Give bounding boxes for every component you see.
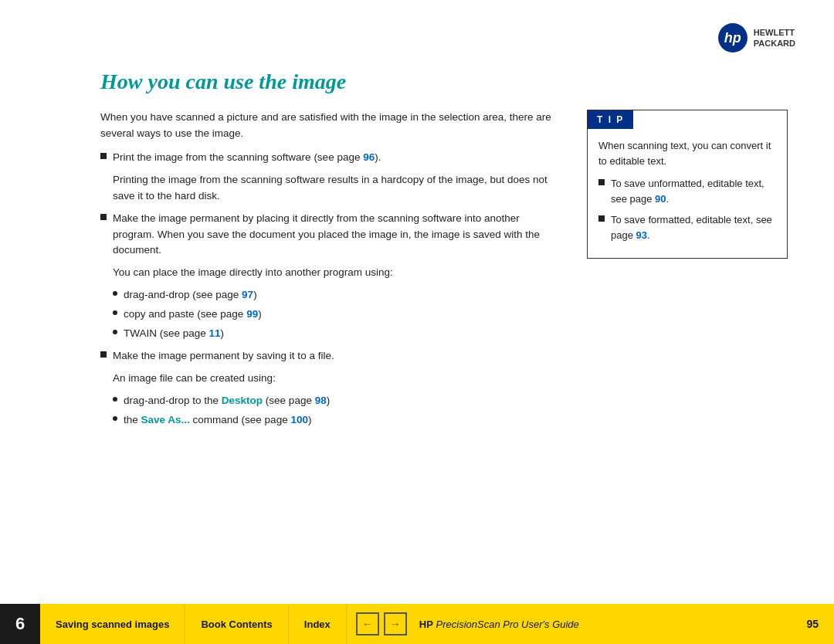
next-page-button[interactable]: → xyxy=(384,612,407,636)
sub-item-dragdrop: drag-and-drop (see page 97) xyxy=(124,287,257,303)
sub-item-desktop: drag-and-drop to the Desktop (see page 9… xyxy=(124,393,330,409)
link-page97[interactable]: 97 xyxy=(242,289,253,300)
list-item: the Save As... command (see page 100) xyxy=(113,412,556,429)
bullet2-text: Make the image permanent by placing it d… xyxy=(113,211,556,259)
bullet-square-icon xyxy=(100,214,107,220)
link-desktop[interactable]: Desktop xyxy=(222,395,263,406)
intro-paragraph: When you have scanned a picture and are … xyxy=(100,110,556,142)
bullet-dot-icon xyxy=(113,416,117,421)
bullet3-sub-intro: An image file can be created using: xyxy=(100,371,556,387)
bullet3-text: Make the image permanent by saving it to… xyxy=(113,348,334,364)
right-column: T I P When scanning text, you can conver… xyxy=(587,110,788,435)
hp-circle-icon: hp xyxy=(718,23,748,53)
sub-item-twain: TWAIN (see page 11) xyxy=(124,326,224,342)
tip-header: T I P xyxy=(588,110,633,129)
bullet-square-icon xyxy=(100,351,107,358)
list-item: To save formatted, editable text, see pa… xyxy=(598,212,776,242)
nav-index[interactable]: Index xyxy=(289,604,347,644)
list-item: drag-and-drop (see page 97) xyxy=(113,287,556,303)
nav-book-contents[interactable]: Book Contents xyxy=(185,604,288,644)
prev-page-button[interactable]: ← xyxy=(356,612,379,636)
nav-saving-scanned-images[interactable]: Saving scanned images xyxy=(40,604,185,644)
link-page93[interactable]: 93 xyxy=(636,229,647,241)
bullet-dot-icon xyxy=(113,310,117,315)
hp-logo: hp HEWLETT PACKARD xyxy=(718,23,795,53)
sub-list-file: drag-and-drop to the Desktop (see page 9… xyxy=(100,393,556,429)
page-title: How you can use the image xyxy=(100,69,788,94)
tip-item1: To save unformatted, editable text, see … xyxy=(611,176,776,206)
link-page98[interactable]: 98 xyxy=(315,395,327,406)
link-page11[interactable]: 11 xyxy=(209,327,221,339)
bullet1-text: Print the image from the scanning softwa… xyxy=(113,150,381,166)
bullet-dot-icon xyxy=(113,291,117,296)
left-column: When you have scanned a picture and are … xyxy=(100,110,556,435)
list-item: copy and paste (see page 99) xyxy=(113,307,556,323)
sub-item-copypaste: copy and paste (see page 99) xyxy=(124,307,262,323)
bullet-square-icon xyxy=(100,153,107,159)
main-content: When you have scanned a picture and are … xyxy=(100,110,788,435)
nav-arrows: ← → xyxy=(347,612,416,636)
link-page96[interactable]: 96 xyxy=(363,151,375,163)
hp-brand-bold: HP xyxy=(419,619,433,630)
page-number: 95 xyxy=(806,618,819,630)
link-page90[interactable]: 90 xyxy=(655,193,666,205)
list-item: Print the image from the scanning softwa… xyxy=(100,150,556,166)
tip-content: When scanning text, you can convert it t… xyxy=(588,129,787,258)
sub-item-saveas: the Save As... command (see page 100) xyxy=(124,412,311,429)
bottom-nav-bar: 6 Saving scanned images Book Contents In… xyxy=(0,604,834,644)
list-item: Make the image permanent by placing it d… xyxy=(100,211,556,259)
tip-box: T I P When scanning text, you can conver… xyxy=(587,110,788,259)
bullet-square-icon xyxy=(598,215,605,222)
chapter-number: 6 xyxy=(0,604,40,644)
sub-list-place: drag-and-drop (see page 97) copy and pas… xyxy=(100,287,556,342)
link-page100[interactable]: 100 xyxy=(290,414,308,425)
bullet2-sub-intro: You can place the image directly into an… xyxy=(100,265,556,281)
bullet1-subtext: Printing the image from the scanning sof… xyxy=(100,172,556,205)
hp-brand-italic: PrecisionScan Pro User's Guide xyxy=(433,619,579,630)
bullet-square-icon xyxy=(598,179,605,185)
main-bullet-list-2: Make the image permanent by placing it d… xyxy=(100,211,556,259)
list-item: Make the image permanent by saving it to… xyxy=(100,348,556,364)
main-bullet-list: Print the image from the scanning softwa… xyxy=(100,150,556,166)
link-saveas[interactable]: Save As... xyxy=(141,414,190,425)
tip-bullet-list: To save unformatted, editable text, see … xyxy=(598,176,776,242)
bullet-dot-icon xyxy=(113,330,117,334)
link-page99[interactable]: 99 xyxy=(246,308,258,320)
list-item: To save unformatted, editable text, see … xyxy=(598,176,776,206)
list-item: drag-and-drop to the Desktop (see page 9… xyxy=(113,393,556,409)
hp-brand-name: HEWLETT PACKARD xyxy=(754,27,795,49)
tip-item2: To save formatted, editable text, see pa… xyxy=(611,212,776,242)
list-item: TWAIN (see page 11) xyxy=(113,326,556,342)
main-bullet-list-3: Make the image permanent by saving it to… xyxy=(100,348,556,364)
page-container: hp HEWLETT PACKARD How you can use the i… xyxy=(0,0,834,644)
tip-intro: When scanning text, you can convert it t… xyxy=(598,138,776,168)
bullet-dot-icon xyxy=(113,397,117,402)
